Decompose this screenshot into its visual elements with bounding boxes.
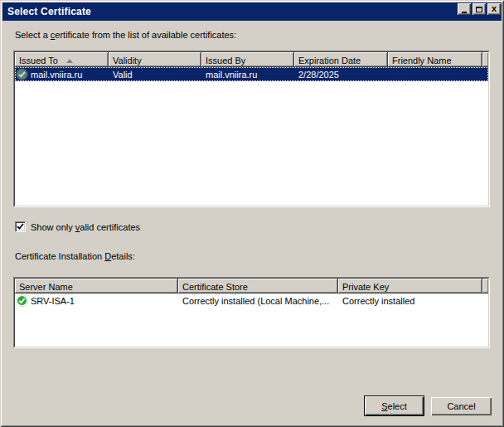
select-button[interactable]: Select xyxy=(364,395,424,416)
column-header-friendly-name[interactable]: Friendly Name xyxy=(388,52,482,67)
details-label-accel: D xyxy=(104,251,111,261)
cell-issued-by: mail.vniira.ru xyxy=(201,70,294,80)
installation-details-header: Server Name Certificate Store Private Ke… xyxy=(15,279,488,294)
column-header-expiration-date[interactable]: Expiration Date xyxy=(294,52,388,67)
column-header-label: Validity xyxy=(113,56,142,66)
cell-private-key: Correctly installed xyxy=(338,296,414,306)
cancel-button[interactable]: Cancel xyxy=(431,397,492,415)
sort-ascending-icon xyxy=(66,59,73,63)
cell-validity: Valid xyxy=(109,70,201,80)
column-header-label: Private Key xyxy=(342,282,389,292)
column-header-label: Issued By xyxy=(206,56,245,66)
instruction-text: Select a certificate from the list of av… xyxy=(15,30,236,40)
certificate-list-header: Issued To Validity Issued By Expiration … xyxy=(15,52,488,67)
column-header-issued-by[interactable]: Issued By xyxy=(201,52,294,67)
close-button[interactable]: x xyxy=(487,3,501,15)
column-header-label: Certificate Store xyxy=(182,282,248,292)
maximize-button[interactable] xyxy=(472,3,486,15)
titlebar-buttons: x xyxy=(456,3,501,15)
installation-details-body: Server Name Certificate Store Private Ke… xyxy=(14,278,489,347)
column-header-label: Friendly Name xyxy=(392,56,452,66)
column-header-private-key[interactable]: Private Key xyxy=(338,279,482,294)
cancel-button-label: Cancel xyxy=(447,401,475,411)
show-valid-label-pre: Show only xyxy=(31,222,75,232)
minimize-icon xyxy=(462,12,467,13)
column-header-label: Server Name xyxy=(19,282,73,292)
column-header-validity[interactable]: Validity xyxy=(109,52,201,67)
column-header-filler xyxy=(482,279,488,294)
server-row[interactable]: SRV-ISA-1 Correctly installed (Local Mac… xyxy=(15,294,488,308)
column-header-issued-to[interactable]: Issued To xyxy=(15,52,109,67)
cell-certificate-store: Correctly installed (Local Machine,... xyxy=(178,296,338,306)
installation-details-label: Certificate Installation Details: xyxy=(15,251,135,261)
installed-ok-icon xyxy=(16,294,28,307)
installation-details-list: Server Name Certificate Store Private Ke… xyxy=(13,277,490,348)
cell-expiration-date: 2/28/2025 xyxy=(294,70,388,80)
instruction-pre: Select a xyxy=(15,30,51,40)
certificate-list-body: Issued To Validity Issued By Expiration … xyxy=(14,51,489,206)
certificate-row[interactable]: mail.vniira.ru Valid mail.vniira.ru 2/28… xyxy=(15,67,488,81)
cell-server-name: SRV-ISA-1 xyxy=(15,294,178,307)
title-bar: Select Certificate xyxy=(2,2,502,21)
maximize-icon xyxy=(476,7,482,12)
show-valid-label[interactable]: Show only valid certificates xyxy=(31,222,140,232)
show-valid-label-post: alid certificates xyxy=(80,222,140,232)
column-header-label: Expiration Date xyxy=(298,56,361,66)
checkmark-icon xyxy=(17,223,24,230)
show-valid-checkbox[interactable] xyxy=(15,221,26,232)
instruction-post: ertificate from the list of available ce… xyxy=(55,30,236,40)
column-header-label: Issued To xyxy=(19,56,58,66)
cell-issued-to: mail.vniira.ru xyxy=(15,68,109,80)
column-header-server-name[interactable]: Server Name xyxy=(15,279,178,294)
close-icon: x xyxy=(492,4,497,13)
details-label-pre: Certificate Installation xyxy=(15,251,104,261)
select-certificate-dialog: Select Certificate x Select a certificat… xyxy=(0,0,504,427)
column-header-certificate-store[interactable]: Certificate Store xyxy=(178,279,338,294)
server-name-value: SRV-ISA-1 xyxy=(31,296,75,306)
certificate-list: Issued To Validity Issued By Expiration … xyxy=(13,51,490,207)
issued-to-value: mail.vniira.ru xyxy=(31,70,82,80)
select-button-accel: S xyxy=(381,401,387,411)
minimize-button[interactable] xyxy=(458,3,471,15)
valid-certificate-icon xyxy=(16,68,28,80)
select-button-label: elect xyxy=(388,401,407,411)
column-header-filler xyxy=(482,52,488,67)
details-label-post: etails: xyxy=(111,251,135,261)
window-title: Select Certificate xyxy=(7,6,91,17)
